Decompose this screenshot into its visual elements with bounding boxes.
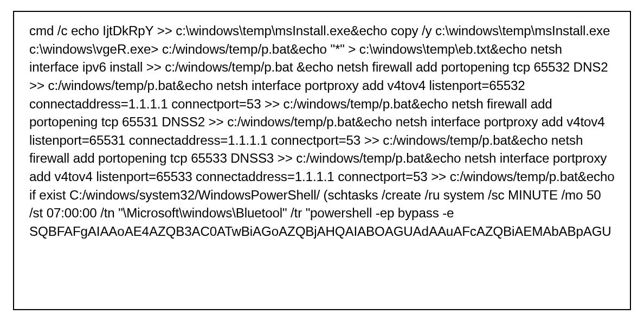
code-content-text: cmd /c echo IjtDkRpY >> c:\windows\temp\… <box>29 22 615 241</box>
code-block-container: cmd /c echo IjtDkRpY >> c:\windows\temp\… <box>13 11 631 310</box>
